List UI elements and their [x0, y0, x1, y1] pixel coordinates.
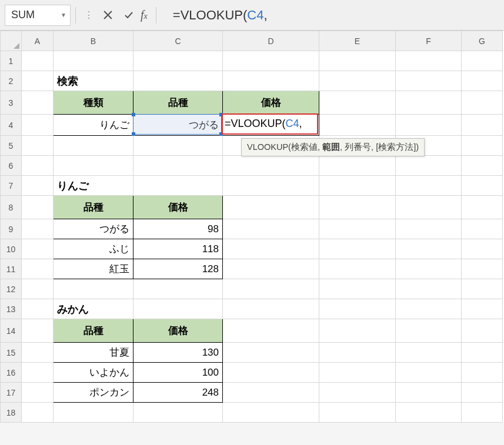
tooltip-arg-active[interactable]: 範囲 — [322, 142, 340, 152]
cell-E17[interactable] — [319, 383, 396, 403]
formula-input[interactable]: =VLOOKUP(C4, — [161, 8, 499, 23]
cell-B14[interactable]: 品種 — [54, 319, 133, 343]
spreadsheet[interactable]: ABCDEFG12検索3種類品種価格4りんごつがる567りんご8品種価格9つがる… — [0, 31, 504, 423]
row-head-1[interactable]: 1 — [1, 51, 22, 71]
cell-G10[interactable] — [462, 239, 503, 259]
cell-E16[interactable] — [319, 363, 396, 383]
row-head-12[interactable]: 12 — [1, 279, 22, 299]
cell-C11[interactable]: 128 — [133, 259, 223, 279]
function-tooltip[interactable]: VLOOKUP(検索値, 範囲, 列番号, [検索方法]) — [241, 138, 425, 156]
cell-A3[interactable] — [22, 91, 54, 115]
cell-B17[interactable]: ポンカン — [54, 383, 133, 403]
cell-B3[interactable]: 種類 — [54, 91, 133, 115]
cell-G15[interactable] — [462, 343, 503, 363]
cell-G18[interactable] — [462, 403, 503, 423]
row-head-2[interactable]: 2 — [1, 71, 22, 91]
name-box[interactable]: SUM ▼ — [5, 5, 71, 26]
cell-B8[interactable]: 品種 — [54, 196, 133, 219]
row-head-15[interactable]: 15 — [1, 343, 22, 363]
cell-F8[interactable] — [396, 196, 462, 219]
fx-icon[interactable]: fx — [141, 8, 148, 22]
cell-B5[interactable] — [54, 136, 133, 156]
cell-E14[interactable] — [319, 319, 396, 343]
cell-D10[interactable] — [223, 239, 319, 259]
cell-D9[interactable] — [223, 219, 319, 239]
cell-D12[interactable] — [223, 279, 319, 299]
cell-E9[interactable] — [319, 219, 396, 239]
cell-B12[interactable] — [54, 279, 133, 299]
cell-A11[interactable] — [22, 259, 54, 279]
cell-A4[interactable] — [22, 115, 54, 136]
chevron-down-icon[interactable]: ▼ — [61, 12, 66, 18]
cell-A14[interactable] — [22, 319, 54, 343]
cell-G12[interactable] — [462, 279, 503, 299]
row-head-7[interactable]: 7 — [1, 176, 22, 196]
cell-E2[interactable] — [319, 71, 396, 91]
cell-G14[interactable] — [462, 319, 503, 343]
cell-C17[interactable]: 248 — [133, 383, 223, 403]
cell-D1[interactable] — [223, 51, 319, 71]
cell-B1[interactable] — [54, 51, 133, 71]
cell-E18[interactable] — [319, 403, 396, 423]
cell-G11[interactable] — [462, 259, 503, 279]
tooltip-arg[interactable]: [検索方法] — [376, 142, 416, 152]
cell-A8[interactable] — [22, 196, 54, 219]
col-head-c[interactable]: C — [133, 31, 223, 51]
col-head-e[interactable]: E — [319, 31, 396, 51]
row-head-11[interactable]: 11 — [1, 259, 22, 279]
cell-D14[interactable] — [223, 319, 319, 343]
cell-C18[interactable] — [133, 403, 223, 423]
cell-A15[interactable] — [22, 343, 54, 363]
cell-D7[interactable] — [223, 176, 319, 196]
cell-F15[interactable] — [396, 343, 462, 363]
cell-C16[interactable]: 100 — [133, 363, 223, 383]
cell-B18[interactable] — [54, 403, 133, 423]
row-head-6[interactable]: 6 — [1, 156, 22, 176]
cell-G5[interactable] — [462, 136, 503, 156]
cell-B7[interactable]: りんご — [54, 176, 133, 196]
cell-E12[interactable] — [319, 279, 396, 299]
cell-C14[interactable]: 価格 — [133, 319, 223, 343]
col-head-a[interactable]: A — [22, 31, 54, 51]
cell-F12[interactable] — [396, 279, 462, 299]
cell-A2[interactable] — [22, 71, 54, 91]
cell-C4[interactable]: つがる — [133, 115, 223, 136]
cell-G3[interactable] — [462, 91, 503, 115]
cell-G7[interactable] — [462, 176, 503, 196]
cell-G2[interactable] — [462, 71, 503, 91]
cell-C13[interactable] — [133, 299, 223, 319]
row-head-17[interactable]: 17 — [1, 383, 22, 403]
cell-G17[interactable] — [462, 383, 503, 403]
cell-E6[interactable] — [319, 156, 396, 176]
cell-G6[interactable] — [462, 156, 503, 176]
cell-G16[interactable] — [462, 363, 503, 383]
cell-D8[interactable] — [223, 196, 319, 219]
cell-C12[interactable] — [133, 279, 223, 299]
cell-E4[interactable] — [319, 115, 396, 136]
cell-E10[interactable] — [319, 239, 396, 259]
cell-A16[interactable] — [22, 363, 54, 383]
cell-A1[interactable] — [22, 51, 54, 71]
cell-B11[interactable]: 紅玉 — [54, 259, 133, 279]
cell-E15[interactable] — [319, 343, 396, 363]
select-all-corner[interactable] — [1, 31, 22, 51]
row-head-16[interactable]: 16 — [1, 363, 22, 383]
cell-F17[interactable] — [396, 383, 462, 403]
cell-A6[interactable] — [22, 156, 54, 176]
cell-C10[interactable]: 118 — [133, 239, 223, 259]
cell-G13[interactable] — [462, 299, 503, 319]
cell-F3[interactable] — [396, 91, 462, 115]
cell-G8[interactable] — [462, 196, 503, 219]
cell-B10[interactable]: ふじ — [54, 239, 133, 259]
cell-G1[interactable] — [462, 51, 503, 71]
cell-D15[interactable] — [223, 343, 319, 363]
row-head-18[interactable]: 18 — [1, 403, 22, 423]
row-head-5[interactable]: 5 — [1, 136, 22, 156]
row-head-4[interactable]: 4 — [1, 115, 22, 136]
cell-D11[interactable] — [223, 259, 319, 279]
cell-D13[interactable] — [223, 299, 319, 319]
cell-D6[interactable] — [223, 156, 319, 176]
cell-A10[interactable] — [22, 239, 54, 259]
cell-E11[interactable] — [319, 259, 396, 279]
cell-E3[interactable] — [319, 91, 396, 115]
